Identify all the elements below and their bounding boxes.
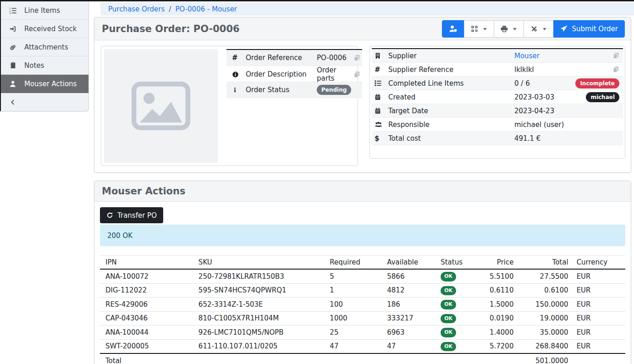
barcode-actions-button[interactable] <box>464 20 494 38</box>
detail-value: lklklkl <box>514 66 612 74</box>
footer-total-value: 501.0000 <box>515 353 570 364</box>
breadcrumb-link-purchase-orders[interactable]: Purchase Orders <box>108 5 165 13</box>
supplier-details-card: Supplier Mouser # Supplier Reference lkl… <box>369 46 625 159</box>
sidebar-collapse-button[interactable] <box>1 93 88 111</box>
cell-total: 19.0000 <box>515 311 570 325</box>
cell-currency: EUR <box>570 339 625 353</box>
cell-total: 268.8400 <box>515 339 570 353</box>
breadcrumb-link-current[interactable]: PO-0006 - Mouser <box>175 5 237 13</box>
order-reference-row: # Order Reference PO-0006 <box>226 50 362 66</box>
transfer-po-label: Transfer PO <box>117 211 157 220</box>
printer-icon <box>501 25 508 33</box>
chevron-left-icon <box>8 99 18 105</box>
cell-available: 47 <box>385 339 439 353</box>
order-roles-button[interactable] <box>442 20 464 38</box>
copy-icon[interactable] <box>351 71 360 78</box>
transfer-po-button[interactable]: Transfer PO <box>100 207 163 223</box>
page-title: Purchase Order: PO-0006 <box>102 23 240 34</box>
print-actions-button[interactable] <box>494 20 524 38</box>
detail-label: Total cost <box>388 134 514 143</box>
detail-label: Completed Line Items <box>388 79 514 88</box>
detail-label: Created <box>388 93 514 101</box>
mouser-actions-panel: Mouser Actions Transfer PO 200 OK IP <box>94 181 631 364</box>
cell-ipn: DIG-112022 <box>100 283 197 298</box>
sign-in-icon <box>8 25 18 33</box>
detail-label: Order Reference <box>246 54 317 62</box>
detail-label: Responsible <box>388 121 514 129</box>
sidebar-item-label: Attachments <box>24 43 68 51</box>
responsible-row: Responsible michael (user) <box>372 118 623 132</box>
user-badge: michael <box>586 92 619 102</box>
completed-line-items-row: Completed Line Items 0 / 6 Incomplete <box>372 77 623 90</box>
cell-available: 333217 <box>385 311 439 325</box>
empty-row <box>372 145 623 155</box>
order-image-placeholder <box>104 49 218 163</box>
detail-label: Target Date <box>388 107 514 115</box>
calendar-icon <box>375 107 388 114</box>
table-row: CAP-043046 810-C1005X7R1H104M 1000 33321… <box>100 311 625 325</box>
svg-text:3: 3 <box>9 11 11 14</box>
info-icon <box>232 87 246 94</box>
copy-icon[interactable] <box>351 55 360 61</box>
cell-price: 0.6110 <box>471 283 515 298</box>
list-ol-icon: 123 <box>8 7 18 14</box>
cell-status: OK <box>439 283 471 298</box>
supplier-row: Supplier Mouser <box>372 49 623 63</box>
sidebar-item-line-items[interactable]: 123 Line Items <box>1 1 88 20</box>
detail-value: 491.1 € <box>514 134 619 143</box>
info-circle-icon <box>232 71 246 78</box>
cell-status: OK <box>439 269 471 283</box>
cell-sku: 250-72981KLRATR150B3 <box>197 269 328 283</box>
breadcrumb: Purchase Orders / PO-0006 - Mouser <box>100 2 634 16</box>
cell-price: 1.4000 <box>471 325 515 340</box>
col-sku: SKU <box>197 256 328 270</box>
supplier-reference-row: # Supplier Reference lklklkl <box>372 63 623 77</box>
purchase-order-panel: Purchase Order: PO-0006 <box>94 17 631 173</box>
cell-total: 0.6100 <box>515 283 570 298</box>
sidebar-item-notes[interactable]: Notes <box>1 56 88 75</box>
ok-badge: OK <box>441 300 456 309</box>
sidebar-item-received-stock[interactable]: Received Stock <box>1 20 88 38</box>
detail-value: PO-0006 <box>317 54 351 62</box>
order-options-button[interactable] <box>524 20 554 38</box>
tools-icon <box>530 25 538 33</box>
cell-currency: EUR <box>570 283 625 298</box>
order-actions-button-group: Submit Order <box>442 20 625 38</box>
cell-price: 0.0190 <box>471 311 515 325</box>
cell-ipn: SWT-200005 <box>100 339 197 353</box>
cell-total: 27.5500 <box>515 269 570 283</box>
sidebar-item-attachments[interactable]: Attachments <box>1 38 88 56</box>
cell-required: 100 <box>328 298 385 312</box>
sidebar-item-mouser-actions[interactable]: Mouser Actions <box>1 75 88 93</box>
cell-available: 186 <box>385 298 439 312</box>
rotate-icon <box>106 212 113 219</box>
purchase-order-panel-body: # Order Reference PO-0006 Order Descript… <box>94 40 631 172</box>
copy-icon[interactable] <box>612 52 619 59</box>
total-cost-row: $ Total cost 491.1 € <box>372 132 623 145</box>
ok-badge: OK <box>441 342 456 352</box>
incomplete-badge: Incomplete <box>575 78 619 88</box>
sidebar: 123 Line Items Received Stock Attachment… <box>0 1 89 111</box>
submit-order-button[interactable]: Submit Order <box>553 20 625 38</box>
status-alert: 200 OK <box>100 225 625 246</box>
hashtag-icon: # <box>375 66 388 74</box>
cell-status: OK <box>439 325 471 340</box>
calendar-icon <box>375 94 388 100</box>
cell-sku: 595-SN74HCS74QPWRQ1 <box>197 283 328 298</box>
table-footer-row: Total 501.0000 <box>100 353 625 364</box>
order-status-row: Order Status Pending <box>226 82 362 98</box>
copy-icon[interactable] <box>612 66 619 73</box>
mouser-actions-body: Transfer PO 200 OK IPN SKU Required Avai… <box>94 202 631 364</box>
supplier-link[interactable]: Mouser <box>514 52 540 60</box>
cell-ipn: ANA-100044 <box>100 325 197 340</box>
col-status: Status <box>439 256 471 270</box>
table-row: ANA-100072 250-72981KLRATR150B3 5 5866 O… <box>100 269 625 283</box>
target-date-row: Target Date 2023-04-23 <box>372 104 623 118</box>
table-row: DIG-112022 595-SN74HCS74QPWRQ1 1 4812 OK… <box>100 283 625 298</box>
sidebar-item-label: Received Stock <box>24 25 77 33</box>
dollar-icon: $ <box>375 134 388 143</box>
cell-currency: EUR <box>570 269 625 283</box>
detail-label: Supplier <box>388 52 514 60</box>
cell-ipn: ANA-100072 <box>100 269 197 283</box>
col-required: Required <box>328 256 385 270</box>
